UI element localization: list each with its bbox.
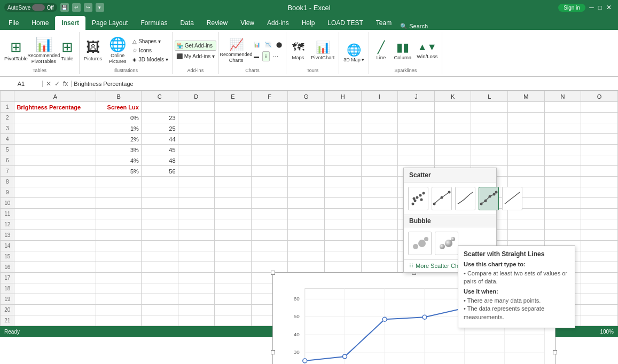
cell-2-J[interactable] — [398, 113, 435, 123]
cell-10-E[interactable] — [215, 198, 252, 209]
cell-6-B[interactable]: 4% — [96, 155, 141, 166]
cell-2-C[interactable]: 23 — [141, 113, 178, 123]
cell-8-E[interactable] — [215, 177, 252, 187]
cell-13-H[interactable] — [324, 230, 361, 241]
cell-6-K[interactable] — [434, 155, 471, 166]
cell-18-O[interactable] — [581, 283, 618, 294]
cell-2-F[interactable] — [251, 113, 288, 123]
undo-icon[interactable]: ↩ — [72, 3, 81, 12]
cell-8-M[interactable] — [508, 177, 545, 187]
cell-14-G[interactable] — [288, 241, 325, 251]
row-header-3[interactable]: 3 — [1, 123, 14, 134]
cell-21-D[interactable] — [178, 315, 215, 326]
row-header-7[interactable]: 7 — [1, 166, 14, 177]
cell-13-M[interactable] — [508, 230, 545, 241]
cell-4-F[interactable] — [251, 134, 288, 145]
cell-9-A[interactable] — [14, 187, 96, 198]
tab-view[interactable]: View — [234, 16, 261, 30]
row-header-20[interactable]: 20 — [1, 305, 14, 315]
cell-13-F[interactable] — [251, 230, 288, 241]
cell-10-F[interactable] — [251, 198, 288, 209]
cell-16-C[interactable] — [141, 262, 178, 273]
cell-15-H[interactable] — [324, 251, 361, 262]
cell-9-H[interactable] — [324, 187, 361, 198]
cell-2-H[interactable] — [324, 113, 361, 123]
cell-12-C[interactable] — [141, 219, 178, 230]
restore-btn[interactable]: □ — [598, 4, 602, 11]
scatter-chart-btn[interactable]: ⁝⁝ — [262, 51, 270, 61]
cell-11-N[interactable] — [544, 209, 581, 219]
recommended-charts-btn[interactable]: 📈 Recommended Charts — [221, 34, 251, 68]
cell-2-B[interactable]: 0% — [96, 113, 141, 123]
cell-4-O[interactable] — [581, 134, 618, 145]
cell-19-C[interactable] — [141, 294, 178, 305]
cell-19-O[interactable] — [581, 294, 618, 305]
cell-17-A[interactable] — [14, 273, 96, 283]
3dmap-btn[interactable]: 🌐 3D Map ▾ — [341, 36, 366, 70]
cell-5-H[interactable] — [324, 145, 361, 155]
chart-handle-mr[interactable] — [553, 350, 557, 354]
scatter-smooth-no-markers-btn[interactable] — [455, 187, 475, 210]
cell-20-E[interactable] — [215, 305, 252, 315]
cell-7-G[interactable] — [288, 166, 325, 177]
cell-15-O[interactable] — [581, 251, 618, 262]
row-header-12[interactable]: 12 — [1, 219, 14, 230]
cell-8-N[interactable] — [544, 177, 581, 187]
cell-3-D[interactable] — [178, 123, 215, 134]
cell-2-K[interactable] — [434, 113, 471, 123]
tab-help[interactable]: Help — [295, 16, 322, 30]
cell-18-E[interactable] — [215, 283, 252, 294]
cell-19-E[interactable] — [215, 294, 252, 305]
cell-3-L[interactable] — [471, 123, 508, 134]
cell-21-B[interactable] — [96, 315, 141, 326]
cell-13-D[interactable] — [178, 230, 215, 241]
cell-17-E[interactable] — [215, 273, 252, 283]
cell-4-K[interactable] — [434, 134, 471, 145]
cell-6-L[interactable] — [471, 155, 508, 166]
cell-9-N[interactable] — [544, 187, 581, 198]
col-header-c[interactable]: C — [141, 91, 178, 102]
cell-19-B[interactable] — [96, 294, 141, 305]
cell-18-A[interactable] — [14, 283, 96, 294]
cell-4-E[interactable] — [215, 134, 252, 145]
pictures-btn[interactable]: 🖼 Pictures — [82, 34, 104, 68]
cell-5-O[interactable] — [581, 145, 618, 155]
cell-16-A[interactable] — [14, 262, 96, 273]
bar-chart-btn[interactable]: ▬ — [252, 51, 261, 61]
cell-17-D[interactable] — [178, 273, 215, 283]
cell-20-B[interactable] — [96, 305, 141, 315]
cell-8-B[interactable] — [96, 177, 141, 187]
cell-3-I[interactable] — [361, 123, 398, 134]
cell-8-H[interactable] — [324, 177, 361, 187]
col-header-b[interactable]: B — [96, 91, 141, 102]
cell-8-G[interactable] — [288, 177, 325, 187]
chart-handle-ml[interactable] — [271, 350, 275, 354]
cell-6-G[interactable] — [288, 155, 325, 166]
cell-1-A[interactable]: Brightness Percentage — [14, 102, 96, 113]
cell-1-H[interactable] — [324, 102, 361, 113]
cell-2-A[interactable] — [14, 113, 96, 123]
row-header-14[interactable]: 14 — [1, 241, 14, 251]
sparkline-column-btn[interactable]: ▮▮ Column — [392, 34, 413, 68]
cell-13-E[interactable] — [215, 230, 252, 241]
cell-18-C[interactable] — [141, 283, 178, 294]
cell-15-C[interactable] — [141, 251, 178, 262]
col-header-o[interactable]: O — [581, 91, 618, 102]
cell-4-B[interactable]: 2% — [96, 134, 141, 145]
minimize-btn[interactable]: ─ — [589, 4, 594, 11]
cell-15-A[interactable] — [14, 251, 96, 262]
col-header-a[interactable]: A — [14, 91, 96, 102]
row-header-17[interactable]: 17 — [1, 273, 14, 283]
cell-16-I[interactable] — [361, 262, 398, 273]
my-addins-btn[interactable]: ⬛ My Add-ins ▾ — [175, 52, 216, 61]
cell-1-J[interactable] — [398, 102, 435, 113]
cell-9-F[interactable] — [251, 187, 288, 198]
cell-15-G[interactable] — [288, 251, 325, 262]
scatter-straight-lines-btn[interactable] — [479, 187, 499, 210]
cell-20-A[interactable] — [14, 305, 96, 315]
row-header-21[interactable]: 21 — [1, 315, 14, 326]
cell-9-O[interactable] — [581, 187, 618, 198]
cell-1-M[interactable] — [508, 102, 545, 113]
cell-9-D[interactable] — [178, 187, 215, 198]
table-btn[interactable]: ⊞ Table — [58, 34, 77, 68]
